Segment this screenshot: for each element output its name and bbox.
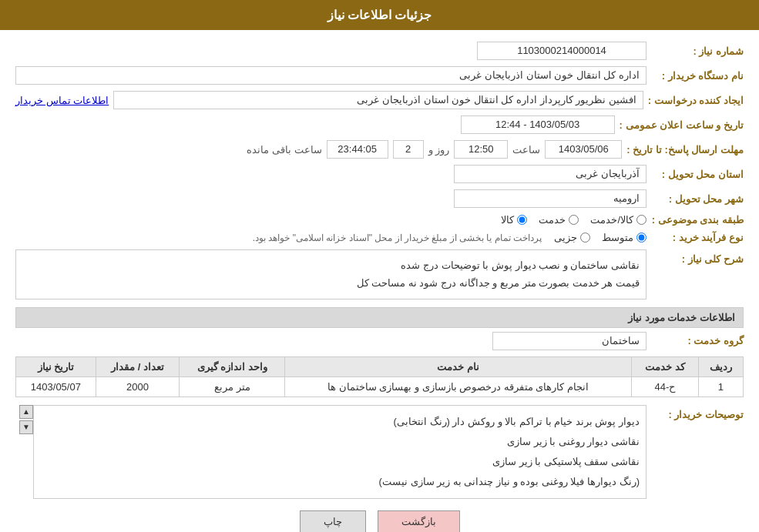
table-cell-name: انجام کارهای متفرقه درخصوص بازسازی و بهس… xyxy=(285,376,632,396)
reply-remaining: 23:44:05 xyxy=(327,140,388,159)
delivery-province-label: استان محل تحویل : xyxy=(651,169,744,180)
request-number-label: شماره نیاز : xyxy=(651,45,744,57)
buyer-desc-text: دیوار پوش برند خیام با تراکم بالا و روکش… xyxy=(33,405,646,499)
table-cell-unit: متر مربع xyxy=(180,376,285,396)
delivery-city-value: ارومیه xyxy=(454,189,646,208)
request-number-value: 1103000214000014 xyxy=(477,42,646,60)
category-option-label: خدمت xyxy=(539,214,566,226)
buyer-desc-line1: دیوار پوش برند خیام با تراکم بالا و روکش… xyxy=(40,412,640,432)
purchase-type-option-jozi[interactable]: جزیی xyxy=(554,232,590,243)
reply-remaining-label: ساعت باقی مانده xyxy=(247,144,321,156)
purchase-type-label: نوع فرآیند خرید : xyxy=(651,232,744,243)
buyer-desc-label: توصیحات خریدار : xyxy=(651,409,744,420)
services-section-title: اطلاعات خدمات مورد نیاز xyxy=(15,307,744,328)
requester-label: ایجاد کننده درخواست : xyxy=(648,95,744,106)
col-header-row: ردیف xyxy=(698,356,743,376)
page-header: جزئیات اطلاعات نیاز xyxy=(0,0,759,30)
reply-time: 12:50 xyxy=(454,140,508,159)
buyer-desc-line4: (رنگ دیوارها فیلا روغنی بوده و نیاز چندا… xyxy=(40,472,640,492)
summary-label: شرح کلی نیاز : xyxy=(651,253,744,265)
category-option-label: کالا/خدمت xyxy=(590,214,633,226)
reply-days-label: روز و xyxy=(428,144,450,156)
purchase-type-option-label: جزیی xyxy=(554,232,577,243)
summary-line2: قیمت هر خدمت بصورت متر مربع و جداگانه در… xyxy=(22,274,640,292)
col-header-unit: واحد اندازه گیری xyxy=(180,356,285,376)
scroll-down-button[interactable]: ▼ xyxy=(19,420,33,434)
purchase-type-option-motavasset[interactable]: متوسط xyxy=(602,232,646,243)
print-button[interactable]: چاپ xyxy=(300,510,366,532)
col-header-date: تاریخ نیاز xyxy=(16,356,96,376)
reply-deadline-label: مهلت ارسال پاسخ: تا تاریخ : xyxy=(626,144,744,156)
scroll-buttons: ▲ ▼ xyxy=(19,405,33,499)
table-row: 1ح-44انجام کارهای متفرقه درخصوص بازسازی … xyxy=(16,376,744,396)
buyer-desc-line3: نقاشی سقف پلاستیکی با زیر سازی xyxy=(40,452,640,472)
category-label: طبقه بندی موضوعی : xyxy=(651,214,744,226)
col-header-quantity: تعداد / مقدار xyxy=(96,356,180,376)
contact-link[interactable]: اطلاعات تماس خریدار xyxy=(15,95,109,106)
announce-date-value: 1403/05/03 - 12:44 xyxy=(461,115,615,134)
services-table: ردیف کد خدمت نام خدمت واحد اندازه گیری ت… xyxy=(15,356,744,397)
col-header-name: نام خدمت xyxy=(285,356,632,376)
scroll-up-button[interactable]: ▲ xyxy=(19,405,33,419)
buyer-desc-line2: نقاشی دیوار روغنی با زیر سازی xyxy=(40,432,640,452)
buyer-org-value: اداره کل انتقال خون استان اذربایجان غربی xyxy=(15,66,646,85)
summary-line1: نقاشی ساختمان و نصب دیوار پوش با توضیحات… xyxy=(22,256,640,274)
purchase-type-radio-group: متوسط جزیی xyxy=(554,232,646,243)
requester-value: افشین نظریور کارپرداز اداره کل انتقال خو… xyxy=(113,91,643,109)
table-cell-code: ح-44 xyxy=(632,376,699,396)
buyer-org-label: نام دستگاه خریدار : xyxy=(651,70,744,82)
summary-text: نقاشی ساختمان و نصب دیوار پوش با توضیحات… xyxy=(15,249,646,299)
reply-date: 1403/05/06 xyxy=(545,140,622,159)
col-header-code: کد خدمت xyxy=(632,356,699,376)
delivery-province-value: آذربایجان غربی xyxy=(454,165,646,183)
back-button[interactable]: بازگشت xyxy=(378,510,460,532)
category-option-khedmat[interactable]: خدمت xyxy=(539,214,579,226)
delivery-city-label: شهر محل تحویل : xyxy=(651,193,744,205)
table-cell-row: 1 xyxy=(698,376,743,396)
reply-days: 2 xyxy=(393,140,424,159)
service-group-label: گروه خدمت : xyxy=(651,335,744,346)
category-option-kala[interactable]: کالا xyxy=(501,214,527,226)
category-option-label: کالا xyxy=(501,214,514,226)
purchase-type-option-label: متوسط xyxy=(602,232,633,243)
purchase-type-note: پرداخت تمام یا بخشی از مبلغ خریدار از مح… xyxy=(253,233,542,243)
announce-date-label: تاریخ و ساعت اعلان عمومی : xyxy=(620,119,744,131)
table-cell-quantity: 2000 xyxy=(96,376,180,396)
action-buttons: بازگشت چاپ xyxy=(15,510,744,532)
category-option-kala-khedmat[interactable]: کالا/خدمت xyxy=(590,214,646,226)
page-title: جزئیات اطلاعات نیاز xyxy=(327,8,432,22)
table-cell-date: 1403/05/07 xyxy=(16,376,96,396)
reply-time-label: ساعت xyxy=(512,144,540,156)
service-group-value: ساختمان xyxy=(492,332,646,350)
category-radio-group: کالا/خدمت خدمت کالا xyxy=(501,214,646,226)
